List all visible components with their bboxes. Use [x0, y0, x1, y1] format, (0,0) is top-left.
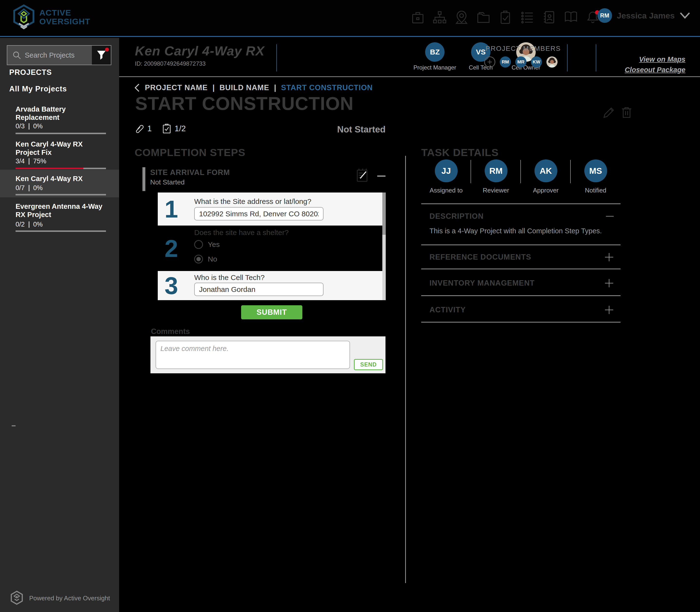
step-question: Does the site have a shelter?	[194, 228, 289, 237]
brand-hexagon-icon	[13, 4, 35, 30]
section-reference-documents[interactable]: REFERENCE DOCUMENTS	[421, 245, 620, 268]
form-scrollbar[interactable]	[382, 193, 386, 300]
member-avatar[interactable]: RM	[500, 56, 511, 68]
notified-avatar: MS	[584, 159, 607, 182]
member-photo-avatar[interactable]	[546, 56, 558, 68]
expand-icon[interactable]	[604, 252, 614, 262]
cell-tech-input[interactable]	[194, 283, 323, 296]
site-arrival-form: 1 What is the Site address or lat/long? …	[158, 193, 386, 300]
reviewer-avatar: RM	[485, 159, 507, 182]
step-question: Who is the Cell Tech?	[194, 274, 265, 282]
member-avatar[interactable]: KW	[531, 56, 542, 68]
radio-icon-selected[interactable]	[194, 255, 203, 263]
radio-option-yes[interactable]: Yes	[194, 240, 220, 249]
collapse-step-icon[interactable]	[377, 176, 386, 177]
main-area: Ken Caryl 4-Way RX ID: 20098074926498727…	[119, 38, 700, 612]
person-role: Notified	[571, 187, 620, 194]
search-icon	[12, 51, 22, 60]
org-chart-icon[interactable]	[432, 10, 447, 25]
comments-label: Comments	[151, 327, 190, 336]
all-my-projects[interactable]: All My Projects	[9, 85, 67, 93]
project-progress-bar	[16, 133, 106, 134]
member-avatar[interactable]: MR	[515, 56, 527, 68]
sidebar-project-stats: 0/70%	[16, 184, 43, 192]
book-icon[interactable]	[563, 10, 578, 25]
assigned-to-person[interactable]: JJ Assigned to	[421, 159, 471, 194]
folder-icon[interactable]	[476, 10, 491, 25]
expand-icon[interactable]	[604, 279, 614, 288]
assigned-avatar: JJ	[435, 159, 458, 182]
filter-active-badge	[105, 47, 109, 52]
selected-project-highlight	[0, 170, 119, 197]
breadcrumb-project[interactable]: PROJECT NAME	[145, 83, 208, 92]
progress-fill	[16, 168, 83, 169]
expand-icon[interactable]	[604, 305, 614, 315]
completion-steps-heading: COMPLETION STEPS	[135, 147, 246, 158]
submit-button[interactable]: SUBMIT	[241, 305, 302, 319]
stats-divider	[29, 123, 29, 129]
filter-button[interactable]	[92, 46, 111, 65]
collapse-icon[interactable]	[606, 216, 614, 217]
briefcase-icon[interactable]	[410, 10, 425, 25]
step-number: 2	[165, 236, 178, 261]
user-menu[interactable]: RM Jessica James	[598, 8, 690, 23]
delete-trash-icon[interactable]	[620, 106, 633, 119]
sidebar-project-name[interactable]: Ken Caryl 4-Way RX Project Fix	[16, 140, 106, 156]
notified-person[interactable]: MS Notified	[571, 159, 620, 194]
form-name: SITE ARRIVAL FORM	[150, 168, 230, 177]
section-activity[interactable]: ACTIVITY	[421, 295, 620, 322]
plus-icon	[487, 59, 493, 65]
form-notepad-icon[interactable]	[356, 168, 369, 182]
closeout-package-link[interactable]: Closeout Package	[625, 66, 685, 74]
section-label: INVENTORY MANAGEMENT	[430, 279, 535, 288]
checklist-icon	[162, 124, 172, 134]
search-input[interactable]	[22, 51, 92, 59]
sidebar-project-name[interactable]: Arvada Battery Replacement	[16, 105, 106, 122]
step-number: 3	[165, 274, 178, 298]
attachment-count: 1	[147, 124, 152, 133]
comment-input[interactable]	[156, 341, 350, 369]
topbar: ACTIVE OVERSIGHT	[0, 0, 700, 37]
sidebar: PROJECTS All My Projects Arvada Battery …	[0, 38, 119, 612]
task-meta: 1 1/2	[135, 124, 186, 134]
project-members: RM MR KW	[484, 56, 558, 68]
site-address-input[interactable]	[194, 207, 323, 220]
add-member-button[interactable]	[484, 56, 495, 68]
sidebar-project-stats: 3/475%	[16, 157, 46, 165]
project-count: 0/2	[16, 221, 25, 228]
projects-section-label: PROJECTS	[9, 68, 52, 77]
description-text: This is a 4-Way Project with all Complet…	[421, 221, 620, 235]
sidebar-project-name[interactable]: Evergreen Antenna 4-Way RX Project	[16, 202, 106, 219]
clipboard-check-icon[interactable]	[498, 10, 513, 25]
project-header: Ken Caryl 4-Way RX ID: 20098074926498727…	[119, 38, 700, 77]
project-count: 3/4	[16, 157, 25, 165]
sidebar-project-name-selected[interactable]: Ken Caryl 4-Way RX	[16, 175, 106, 183]
task-list-icon[interactable]	[520, 10, 535, 25]
radio-label: No	[208, 255, 217, 263]
scrollbar-thumb[interactable]	[382, 193, 386, 235]
approver-person[interactable]: AK Approver	[521, 159, 571, 194]
section-inventory-management[interactable]: INVENTORY MANAGEMENT	[421, 268, 620, 295]
view-on-maps-link[interactable]: View on Maps	[625, 55, 685, 64]
task-details-accordion: DESCRIPTION This is a 4-Way Project with…	[421, 204, 620, 322]
brand-line1: ACTIVE	[39, 8, 90, 17]
radio-option-no[interactable]: No	[194, 255, 217, 263]
contacts-icon[interactable]	[542, 10, 557, 25]
breadcrumb-build[interactable]: BUILD NAME	[220, 83, 269, 92]
reviewer-person[interactable]: RM Reviewer	[471, 159, 521, 194]
form-step-3: 3 Who is the Cell Tech?	[158, 271, 386, 300]
location-icon[interactable]	[454, 10, 469, 25]
radio-icon[interactable]	[194, 240, 203, 249]
chevron-down-icon[interactable]	[680, 12, 690, 19]
section-label: REFERENCE DOCUMENTS	[430, 253, 531, 262]
send-button[interactable]: SEND	[354, 359, 383, 370]
user-name: Jessica James	[617, 11, 675, 20]
role-project-manager[interactable]: BZ Project Manager	[413, 42, 457, 71]
footer-label: Powered by Active Oversight	[29, 595, 110, 602]
edit-pencil-icon[interactable]	[602, 106, 616, 119]
task-status: Not Started	[337, 124, 386, 135]
back-chevron-icon[interactable]	[134, 83, 140, 92]
stats-divider	[29, 158, 29, 165]
project-manager-avatar: BZ	[425, 42, 445, 62]
section-description[interactable]: DESCRIPTION This is a 4-Way Project with…	[421, 204, 620, 245]
